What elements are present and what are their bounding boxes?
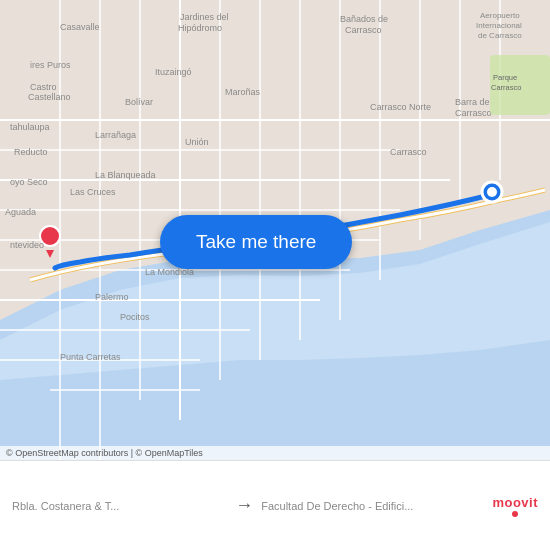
destination-box: Facultad De Derecho - Edifici... bbox=[261, 500, 476, 512]
svg-text:ntevideo: ntevideo bbox=[10, 240, 44, 250]
svg-text:Castro: Castro bbox=[30, 82, 57, 92]
svg-text:La Blanqueada: La Blanqueada bbox=[95, 170, 156, 180]
svg-text:Aeropuerto: Aeropuerto bbox=[480, 11, 520, 20]
svg-text:Unión: Unión bbox=[185, 137, 209, 147]
moovit-text: moovit bbox=[492, 495, 538, 510]
moovit-dot bbox=[512, 511, 518, 517]
route-info: Rbla. Costanera & T... → Facultad De Der… bbox=[12, 495, 538, 517]
svg-text:de Carrasco: de Carrasco bbox=[478, 31, 522, 40]
svg-text:Pocitos: Pocitos bbox=[120, 312, 150, 322]
svg-text:Casavalle: Casavalle bbox=[60, 22, 100, 32]
origin-label: Rbla. Costanera & T... bbox=[12, 500, 227, 512]
svg-text:Reducto: Reducto bbox=[14, 147, 48, 157]
svg-text:Larrañaga: Larrañaga bbox=[95, 130, 136, 140]
svg-point-31 bbox=[487, 187, 497, 197]
svg-text:Carrasco: Carrasco bbox=[345, 25, 382, 35]
svg-text:Bañados de: Bañados de bbox=[340, 14, 388, 24]
svg-text:Internacional: Internacional bbox=[476, 21, 522, 30]
route-arrow-icon: → bbox=[235, 495, 253, 516]
svg-text:Maroñas: Maroñas bbox=[225, 87, 261, 97]
svg-text:Carrasco: Carrasco bbox=[491, 83, 521, 92]
take-me-there-button[interactable]: Take me there bbox=[160, 215, 352, 269]
svg-text:Palermo: Palermo bbox=[95, 292, 129, 302]
svg-text:Carrasco Norte: Carrasco Norte bbox=[370, 102, 431, 112]
origin-box: Rbla. Costanera & T... bbox=[12, 500, 227, 512]
svg-text:Hipódromo: Hipódromo bbox=[178, 23, 222, 33]
bottom-bar: Rbla. Costanera & T... → Facultad De Der… bbox=[0, 460, 550, 550]
map-container: Casavalle Jardines del Hipódromo Bañados… bbox=[0, 0, 550, 460]
map-attribution: © OpenStreetMap contributors | © OpenMap… bbox=[0, 446, 550, 460]
svg-text:Jardines del: Jardines del bbox=[180, 12, 229, 22]
svg-text:Aguada: Aguada bbox=[5, 207, 36, 217]
svg-text:Carrasco: Carrasco bbox=[455, 108, 492, 118]
moovit-logo: moovit bbox=[492, 495, 538, 517]
svg-text:Parque: Parque bbox=[493, 73, 517, 82]
svg-text:Las Cruces: Las Cruces bbox=[70, 187, 116, 197]
svg-text:oyo Seco: oyo Seco bbox=[10, 177, 48, 187]
svg-text:ires Puros: ires Puros bbox=[30, 60, 71, 70]
destination-label: Facultad De Derecho - Edifici... bbox=[261, 500, 476, 512]
svg-text:Punta Carretas: Punta Carretas bbox=[60, 352, 121, 362]
svg-text:Barra de: Barra de bbox=[455, 97, 490, 107]
svg-text:Ituzaingó: Ituzaingó bbox=[155, 67, 192, 77]
svg-text:Castellano: Castellano bbox=[28, 92, 71, 102]
svg-text:tahulaupa: tahulaupa bbox=[10, 122, 50, 132]
svg-text:Carrasco: Carrasco bbox=[390, 147, 427, 157]
svg-text:Bolívar: Bolívar bbox=[125, 97, 153, 107]
